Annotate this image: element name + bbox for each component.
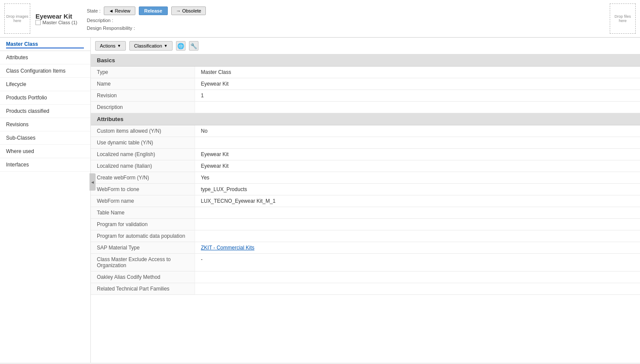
table-row: Localized name (English)Eyewear Kit — [91, 149, 640, 160]
basics-section-header: Basics — [91, 54, 640, 67]
field-value — [195, 271, 640, 283]
state-area: State : ◄ Review Release → Obsolete Desc… — [87, 6, 206, 31]
field-value — [195, 283, 640, 295]
field-label: WebForm name — [91, 195, 195, 207]
field-label: Program for validation — [91, 219, 195, 230]
field-label: Revision — [91, 90, 195, 102]
sidebar-item-class-configuration-items[interactable]: Class Configuration Items — [0, 64, 90, 78]
drop-images-area[interactable]: Drop images here — [4, 3, 30, 34]
field-value: - — [195, 254, 640, 271]
classification-label: Classification — [134, 43, 162, 48]
actions-button[interactable]: Actions ▼ — [95, 41, 126, 51]
globe-icon[interactable]: 🌐 — [176, 41, 186, 51]
field-label: Description — [91, 102, 195, 113]
classification-chevron-icon: ▼ — [164, 44, 168, 48]
main-layout: Master ClassAttributesClass Configuratio… — [0, 38, 640, 363]
field-label: SAP Material Type — [91, 242, 195, 254]
field-label: Localized name (English) — [91, 149, 195, 160]
field-value: Master Class — [195, 67, 640, 78]
sidebar-item-revisions[interactable]: Revisions — [0, 118, 90, 131]
attributes-table: Custom items allowed (Y/N)NoUse dynamic … — [91, 125, 640, 295]
basics-table: TypeMaster ClassNameEyewear KitRevision1… — [91, 67, 640, 113]
sidebar-item-lifecycle[interactable]: Lifecycle — [0, 78, 90, 91]
basics-title: Basics — [97, 57, 115, 64]
table-row: NameEyewear Kit — [91, 78, 640, 90]
page-title: Eyewear Kit — [35, 13, 77, 20]
field-label: Use dynamic table (Y/N) — [91, 137, 195, 149]
top-bar: Drop images here Eyewear Kit Master Clas… — [0, 0, 640, 38]
field-value: Eyewear Kit — [195, 78, 640, 90]
drop-files-label: Drop files here — [610, 14, 635, 23]
field-value — [195, 102, 640, 113]
sidebar-collapse-tab[interactable]: ◄ — [90, 173, 96, 191]
actions-label: Actions — [100, 43, 115, 48]
page-subtitle: Master Class (1) — [35, 20, 77, 25]
field-value: 1 — [195, 90, 640, 102]
description-label: Description : — [87, 18, 113, 23]
table-row: Custom items allowed (Y/N)No — [91, 125, 640, 137]
field-label: WebForm to clone — [91, 184, 195, 195]
release-button[interactable]: Release — [139, 6, 168, 15]
field-label: Create webForm (Y/N) — [91, 172, 195, 184]
master-class-label: Master Class (1) — [42, 20, 77, 25]
field-value: LUX_TECNO_Eyewear Kit_M_1 — [195, 195, 640, 207]
field-value: Eyewear Kit — [195, 160, 640, 172]
field-label: Class Master Exclude Access to Organizat… — [91, 254, 195, 271]
table-row: Localized name (Italian)Eyewear Kit — [91, 160, 640, 172]
drop-images-label: Drop images here — [5, 14, 30, 23]
sidebar-item-attributes[interactable]: Attributes — [0, 51, 90, 64]
table-row: Use dynamic table (Y/N) — [91, 137, 640, 149]
attributes-title: Attributes — [97, 116, 123, 122]
field-label: Name — [91, 78, 195, 90]
table-row: TypeMaster Class — [91, 67, 640, 78]
table-row: Description — [91, 102, 640, 113]
attributes-section-header: Attributes — [91, 113, 640, 125]
field-value: Yes — [195, 172, 640, 184]
tools-icon[interactable]: 🔧 — [189, 41, 198, 51]
field-value[interactable]: ZKIT - Commercial Kits — [195, 242, 640, 254]
table-row: Create webForm (Y/N)Yes — [91, 172, 640, 184]
field-value — [195, 219, 640, 230]
table-row: WebForm to clonetype_LUX_Products — [91, 184, 640, 195]
field-value: Eyewear Kit — [195, 149, 640, 160]
actions-chevron-icon: ▼ — [117, 44, 121, 48]
field-value — [195, 207, 640, 219]
document-icon — [35, 20, 41, 25]
obsolete-button[interactable]: → Obsolete — [171, 6, 206, 15]
table-row: Oakley Alias Codify Method — [91, 271, 640, 283]
table-row: Table Name — [91, 207, 640, 219]
field-label: Table Name — [91, 207, 195, 219]
table-row: WebForm nameLUX_TECNO_Eyewear Kit_M_1 — [91, 195, 640, 207]
sidebar-item-products-portfolio[interactable]: Products Portfolio — [0, 91, 90, 105]
sidebar-item-products-classified[interactable]: Products classified — [0, 105, 90, 118]
design-responsibility-row: Design Responsibility : — [87, 26, 206, 31]
sidebar: Master ClassAttributesClass Configuratio… — [0, 38, 91, 363]
field-value: type_LUX_Products — [195, 184, 640, 195]
state-row: State : ◄ Review Release → Obsolete — [87, 6, 206, 15]
toolbar: Actions ▼ Classification ▼ 🌐 🔧 — [91, 38, 640, 54]
review-button[interactable]: ◄ Review — [104, 6, 135, 15]
table-row: Revision1 — [91, 90, 640, 102]
sidebar-item-interfaces[interactable]: Interfaces — [0, 158, 90, 172]
sidebar-item-sub-classes[interactable]: Sub-Classes — [0, 131, 90, 145]
field-label: Oakley Alias Codify Method — [91, 271, 195, 283]
table-row: Related Technical Part Families — [91, 283, 640, 295]
table-row: Program for automatic data population — [91, 230, 640, 242]
content-area: Actions ▼ Classification ▼ 🌐 🔧 Basics Ty… — [91, 38, 640, 363]
classification-button[interactable]: Classification ▼ — [129, 41, 173, 51]
field-label: Custom items allowed (Y/N) — [91, 125, 195, 137]
field-label: Localized name (Italian) — [91, 160, 195, 172]
sidebar-item-where-used[interactable]: Where used — [0, 145, 90, 158]
field-label: Related Technical Part Families — [91, 283, 195, 295]
field-label: Program for automatic data population — [91, 230, 195, 242]
field-label: Type — [91, 67, 195, 78]
sidebar-item-master-class[interactable]: Master Class — [0, 38, 90, 51]
drop-files-area[interactable]: Drop files here — [610, 3, 636, 34]
description-row: Description : — [87, 18, 206, 23]
header-title-area: Eyewear Kit Master Class (1) — [35, 13, 77, 25]
table-row: Program for validation — [91, 219, 640, 230]
state-label: State : — [87, 8, 101, 13]
field-value — [195, 137, 640, 149]
field-value — [195, 230, 640, 242]
field-value: No — [195, 125, 640, 137]
